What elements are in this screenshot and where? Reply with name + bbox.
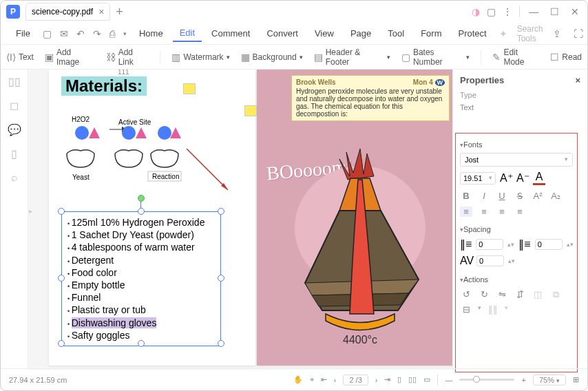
new-tab-button[interactable]: + bbox=[116, 5, 123, 19]
resize-handle-e[interactable] bbox=[218, 275, 224, 282]
sticky-note-icon[interactable] bbox=[183, 83, 196, 94]
resize-handle-se[interactable] bbox=[218, 340, 224, 347]
tool-bates-number[interactable]: ▢Bates Number▾ bbox=[401, 47, 470, 67]
resize-handle-nw[interactable] bbox=[58, 208, 65, 215]
superscript-button[interactable]: A² bbox=[532, 191, 544, 201]
char-spacing-input[interactable] bbox=[476, 255, 504, 266]
resize-handle-w[interactable] bbox=[58, 275, 65, 282]
rotate-left-icon[interactable]: ↺ bbox=[460, 289, 472, 300]
page-1[interactable]: 111 Materials: H2O2 Active Site Yeast Re… bbox=[49, 70, 255, 366]
account-icon[interactable]: ◑ bbox=[472, 6, 480, 17]
canvas[interactable]: ▸ ◂ 111 Materials: H2O2 Active Site Yeas… bbox=[28, 70, 452, 370]
menu-view[interactable]: View bbox=[308, 25, 341, 41]
menu-home[interactable]: Home bbox=[132, 25, 170, 41]
tool-add-image[interactable]: ▣Add Image bbox=[45, 47, 95, 67]
menu-protect[interactable]: Protect bbox=[451, 25, 493, 41]
italic-button[interactable]: I bbox=[478, 191, 490, 201]
zoom-slider[interactable] bbox=[459, 379, 514, 381]
spacing-section-label[interactable]: Spacing bbox=[460, 225, 573, 233]
prev-page-button[interactable]: ‹ bbox=[334, 376, 337, 384]
expand-icon[interactable]: ⛶ bbox=[571, 27, 586, 41]
strikethrough-button[interactable]: S̶ bbox=[514, 191, 526, 201]
rotate-handle[interactable] bbox=[138, 195, 145, 202]
attachment-icon[interactable]: ▯ bbox=[11, 147, 17, 160]
close-tab-icon[interactable]: × bbox=[98, 6, 104, 17]
distribute-icon[interactable]: ‖‖ bbox=[487, 304, 499, 315]
expand-left-icon[interactable]: ▸ bbox=[29, 207, 32, 215]
print-icon[interactable]: ⎙ bbox=[107, 27, 118, 41]
kebab-menu-icon[interactable]: ⋮ bbox=[503, 6, 512, 17]
hand-tool-icon[interactable]: ✋ bbox=[293, 375, 303, 384]
close-window-button[interactable]: ✕ bbox=[568, 6, 582, 17]
actions-section-label[interactable]: Actions bbox=[460, 275, 573, 284]
tool-text[interactable]: ⟨I⟩Text bbox=[6, 52, 34, 63]
tool-edit-mode[interactable]: ✎Edit Mode bbox=[492, 47, 539, 67]
last-page-button[interactable]: ⇥ bbox=[384, 375, 390, 384]
minimize-button[interactable]: — bbox=[527, 6, 540, 17]
decrease-font-icon[interactable]: A⁻ bbox=[516, 171, 529, 184]
document-tab[interactable]: science-copy.pdf × bbox=[25, 3, 110, 21]
font-size-input[interactable]: 19.51▾ bbox=[460, 172, 496, 184]
align-left-button[interactable]: ≡ bbox=[460, 207, 472, 217]
font-family-select[interactable]: Jost▾ bbox=[460, 153, 573, 167]
tool-watermark[interactable]: ▥Watermark▾ bbox=[171, 52, 229, 63]
maximize-button[interactable]: ☐ bbox=[547, 6, 561, 17]
arrow-annotation[interactable] bbox=[180, 142, 249, 204]
undo-icon[interactable]: ↶ bbox=[74, 27, 87, 41]
line-spacing-input[interactable] bbox=[476, 239, 503, 250]
tool-read[interactable]: ☐Read bbox=[550, 52, 582, 63]
extract-icon[interactable]: ⧉ bbox=[549, 289, 562, 300]
menu-file[interactable]: File bbox=[9, 25, 37, 41]
two-page-icon[interactable]: ▯▯ bbox=[408, 375, 417, 384]
chevron-down-icon[interactable]: ▾ bbox=[120, 29, 129, 39]
resize-handle-n[interactable] bbox=[138, 208, 145, 215]
align-objects-icon[interactable]: ⊟ bbox=[460, 304, 472, 315]
subscript-button[interactable]: A₂ bbox=[549, 191, 562, 201]
bold-button[interactable]: B bbox=[460, 191, 472, 201]
tool-background[interactable]: ▦Background▾ bbox=[241, 52, 303, 63]
crop-icon[interactable]: ◫ bbox=[532, 289, 544, 300]
first-page-button[interactable]: ⇤ bbox=[321, 375, 327, 384]
single-page-icon[interactable]: ▯ bbox=[397, 375, 401, 384]
rotate-right-icon[interactable]: ↻ bbox=[478, 289, 490, 300]
tile-icon[interactable]: ▢ bbox=[487, 6, 496, 17]
menu-page[interactable]: Page bbox=[344, 25, 378, 41]
zoom-in-button[interactable]: + bbox=[521, 376, 525, 384]
fit-page-icon[interactable]: ⊞ bbox=[573, 375, 579, 384]
flip-h-icon[interactable]: ⇋ bbox=[496, 289, 508, 300]
sticky-note-side-icon[interactable] bbox=[244, 105, 257, 116]
thumbnail-icon[interactable]: ▯▯ bbox=[8, 75, 21, 88]
increase-font-icon[interactable]: A⁺ bbox=[500, 171, 512, 184]
wand-icon[interactable]: ✦ bbox=[496, 27, 510, 41]
next-page-button[interactable]: › bbox=[375, 376, 378, 384]
zoom-percent[interactable]: 75% ▾ bbox=[533, 374, 566, 385]
tool-header-footer[interactable]: ▤Header & Footer▾ bbox=[314, 47, 390, 67]
select-tool-icon[interactable]: ⌖ bbox=[310, 375, 314, 384]
mail-icon[interactable]: ✉ bbox=[57, 27, 71, 41]
search-icon[interactable]: ⌕ bbox=[11, 171, 18, 184]
zoom-out-button[interactable]: — bbox=[445, 376, 452, 384]
underline-button[interactable]: U bbox=[496, 191, 508, 201]
menu-form[interactable]: Form bbox=[414, 25, 448, 41]
bookmark-icon[interactable]: ◻ bbox=[10, 99, 19, 112]
tool-add-link[interactable]: ⛓Add Link bbox=[106, 47, 149, 67]
resize-handle-ne[interactable] bbox=[218, 208, 224, 215]
search-tools-input[interactable]: Search Tools bbox=[517, 24, 543, 43]
fonts-section-label[interactable]: Fonts bbox=[460, 140, 573, 149]
read-mode-icon[interactable]: ▭ bbox=[423, 375, 430, 384]
menu-edit[interactable]: Edit bbox=[173, 25, 202, 42]
share-icon[interactable]: ⇪ bbox=[550, 27, 564, 41]
redo-icon[interactable]: ↷ bbox=[90, 27, 104, 41]
zoom-thumb[interactable] bbox=[473, 376, 480, 383]
flip-v-icon[interactable]: ⇵ bbox=[514, 289, 526, 300]
align-justify-button[interactable]: ≡ bbox=[514, 207, 526, 217]
font-color-icon[interactable]: A bbox=[533, 171, 545, 185]
para-spacing-input[interactable] bbox=[535, 239, 563, 250]
page-2[interactable]: Brook Wells Mon 4 W Hydrogen peroxide mo… bbox=[257, 70, 452, 366]
align-right-button[interactable]: ≡ bbox=[496, 207, 508, 217]
comment-panel-icon[interactable]: 💬 bbox=[8, 123, 21, 136]
close-panel-icon[interactable]: × bbox=[575, 75, 580, 85]
materials-list-textbox[interactable]: 125ml 10% Hydrogen Peroxide 1 Sachet Dry… bbox=[61, 211, 221, 346]
resize-handle-sw[interactable] bbox=[58, 340, 65, 347]
resize-handle-s[interactable] bbox=[138, 340, 145, 347]
